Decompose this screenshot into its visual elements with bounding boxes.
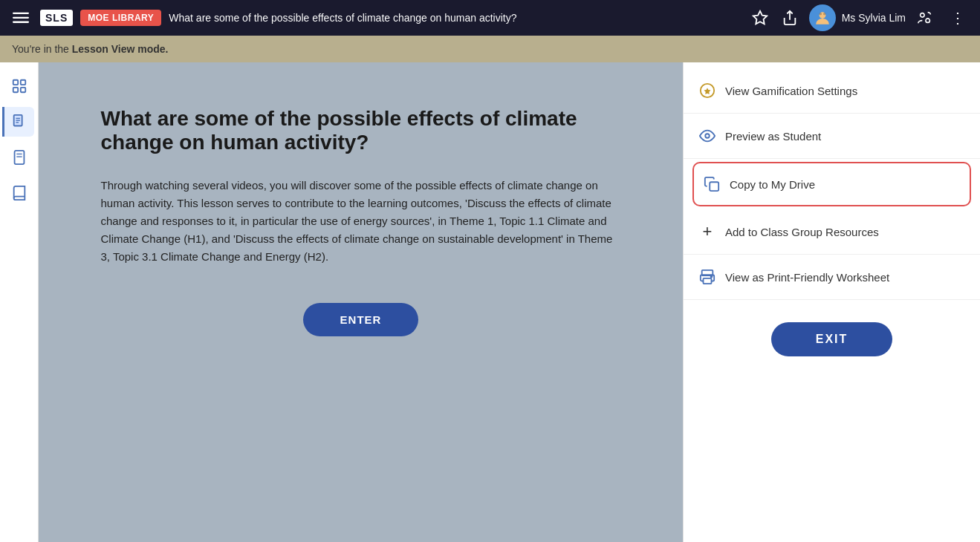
- svg-rect-0: [13, 13, 29, 14]
- moe-badge: MOE LIBRARY: [80, 10, 161, 26]
- hamburger-menu[interactable]: [9, 6, 33, 30]
- svg-point-9: [921, 13, 925, 17]
- svg-point-27: [711, 276, 713, 278]
- top-navigation: SLS MOE LIBRARY What are some of the pos…: [0, 0, 980, 36]
- right-panel: View Gamification Settings Preview as St…: [683, 62, 980, 542]
- lesson-body: Through watching several videos, you wil…: [101, 177, 621, 266]
- switch-user-icon[interactable]: [913, 6, 937, 30]
- left-sidebar: [0, 62, 39, 542]
- svg-rect-24: [710, 182, 718, 191]
- sidebar-item-book[interactable]: [4, 178, 34, 208]
- gamification-settings-item[interactable]: View Gamification Settings: [684, 68, 980, 114]
- sidebar-item-grid[interactable]: [4, 71, 34, 101]
- print-worksheet-item[interactable]: View as Print-Friendly Worksheet: [684, 255, 980, 300]
- sls-logo: SLS: [40, 10, 73, 26]
- svg-point-23: [705, 134, 710, 138]
- add-to-class-resources-item[interactable]: + Add to Class Group Resources: [684, 209, 980, 255]
- lesson-mode-prefix: You're in the: [12, 43, 72, 55]
- svg-rect-1: [13, 17, 29, 19]
- sidebar-item-page[interactable]: [4, 143, 34, 172]
- lesson-mode-bar: You're in the Lesson View mode.: [0, 36, 980, 62]
- plus-icon: +: [698, 223, 716, 241]
- svg-point-7: [819, 13, 822, 16]
- lesson-content: What are some of the possible effects of…: [39, 62, 683, 542]
- copy-icon: [703, 175, 721, 193]
- share-icon[interactable]: [778, 6, 802, 30]
- preview-label: Preview as Student: [725, 130, 821, 143]
- svg-point-10: [926, 19, 930, 22]
- eye-icon: [698, 127, 716, 145]
- exit-button[interactable]: EXIT: [771, 322, 893, 356]
- more-options-icon[interactable]: ⋮: [944, 9, 971, 27]
- star-icon[interactable]: [748, 6, 772, 30]
- gamification-icon: [698, 82, 716, 99]
- lesson-mode-text: Lesson View mode.: [72, 43, 169, 55]
- exit-btn-container: EXIT: [684, 315, 980, 364]
- svg-rect-2: [13, 22, 29, 23]
- svg-point-8: [823, 13, 826, 16]
- svg-rect-26: [704, 278, 712, 284]
- svg-rect-14: [20, 88, 25, 92]
- main-area: What are some of the possible effects of…: [0, 62, 980, 542]
- add-label: Add to Class Group Resources: [725, 226, 879, 238]
- user-profile[interactable]: Ms Sylvia Lim: [809, 4, 906, 31]
- page-title: What are some of the possible effects of…: [169, 12, 740, 24]
- svg-rect-19: [14, 151, 24, 164]
- print-label: View as Print-Friendly Worksheet: [725, 271, 889, 284]
- copy-label: Copy to My Drive: [730, 178, 815, 191]
- copy-to-drive-item[interactable]: Copy to My Drive: [692, 162, 971, 206]
- svg-marker-3: [753, 11, 766, 24]
- svg-rect-12: [20, 80, 25, 85]
- sidebar-item-document[interactable]: [2, 107, 34, 137]
- gamification-label: View Gamification Settings: [725, 85, 857, 97]
- lesson-title: What are some of the possible effects of…: [101, 107, 621, 154]
- preview-as-student-item[interactable]: Preview as Student: [684, 114, 980, 159]
- svg-rect-13: [13, 88, 17, 92]
- print-icon: [698, 268, 716, 286]
- enter-button[interactable]: ENTER: [303, 303, 419, 336]
- avatar: [809, 4, 836, 31]
- nav-icons: [748, 6, 802, 30]
- user-name: Ms Sylvia Lim: [842, 12, 906, 24]
- svg-rect-11: [13, 80, 17, 85]
